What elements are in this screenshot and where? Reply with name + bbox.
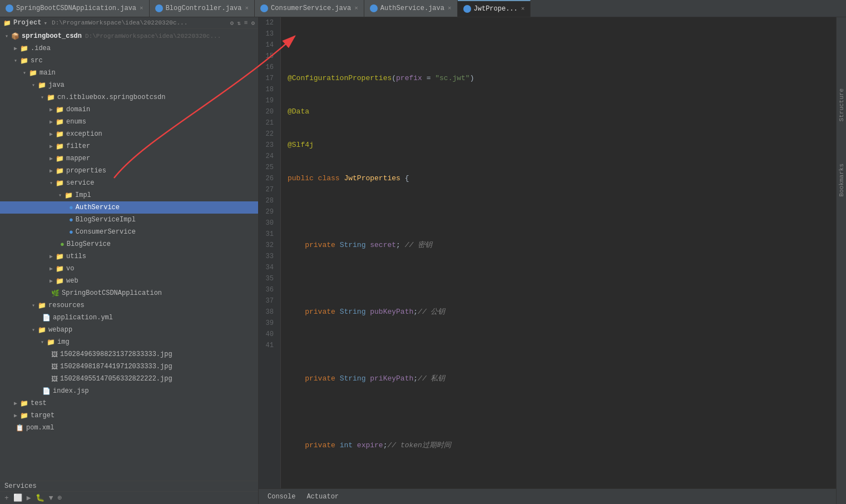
tree-vo[interactable]: ▶ 📁 vo [0, 263, 258, 275]
tree-img2[interactable]: 🖼 150284981874419712033333.jpg [0, 360, 258, 373]
tab-close-jwtproperties[interactable]: × [521, 6, 525, 12]
structure-tab[interactable]: Structure [837, 84, 847, 126]
tree-appyml[interactable]: 📄 application.yml [0, 312, 258, 324]
tree-consumerservice[interactable]: ● ConsumerService [0, 226, 258, 238]
tree-idea[interactable]: ▶ 📁 .idea [0, 42, 258, 55]
tree-java[interactable]: ▾ 📁 java [0, 79, 258, 91]
tree-filter[interactable]: ▶ 📁 filter [0, 140, 258, 152]
tree-img[interactable]: ▾ 📁 img [0, 336, 258, 348]
code-area[interactable]: 12 13 14 15 16 17 18 19 20 21 22 23 24 2… [259, 17, 836, 488]
tab-icon-springboot [6, 4, 13, 12]
ln-36: 36 [263, 284, 276, 295]
ln-41: 41 [263, 340, 276, 351]
tree-main[interactable]: ▾ 📁 main [0, 67, 258, 79]
target-label: target [31, 412, 55, 419]
bottom-tabs: Console Actuator [263, 492, 343, 502]
tree-impl[interactable]: ▾ 📁 Impl [0, 189, 258, 201]
target-arrow: ▶ [11, 412, 20, 419]
services-stop-icon[interactable]: ⬜ [13, 493, 22, 502]
project-dropdown-icon[interactable]: ▾ [43, 19, 47, 27]
indexjsp-icon: 📄 [42, 387, 51, 396]
ln-40: 40 [263, 329, 276, 340]
tree-blogserviceimpl[interactable]: ● BlogServiceImpl [0, 214, 258, 226]
services-debug-icon[interactable]: 🐛 [36, 493, 44, 502]
package-label: cn.itbluebox.springbootcsdn [57, 93, 165, 101]
tab-close-springboot[interactable]: × [140, 5, 144, 12]
tab-authservice[interactable]: AuthService.java × [364, 0, 458, 17]
tree-service[interactable]: ▾ 📁 service [0, 177, 258, 189]
tab-springboot[interactable]: SpringBootCSDNApplication.java × [0, 0, 150, 17]
services-add-icon[interactable]: + [4, 494, 9, 502]
sidebar: 📁 Project ▾ D:\ProgramWorkspace\idea\202… [0, 17, 259, 504]
ln-33: 33 [263, 251, 276, 262]
tab-close-authservice[interactable]: × [448, 5, 452, 12]
tree-indexjsp[interactable]: 📄 index.jsp [0, 385, 258, 397]
line-numbers: 12 13 14 15 16 17 18 19 20 21 22 23 24 2… [259, 17, 281, 488]
code-content[interactable]: @ConfigurationProperties(prefix = "sc.jw… [281, 17, 836, 488]
springbootapp-label: SpringBootCSDNApplication [62, 289, 162, 297]
bookmarks-tab[interactable]: Bookmarks [837, 159, 847, 201]
src-folder-icon: 📁 [20, 57, 28, 65]
code-line-17 [288, 206, 829, 218]
services-down-icon[interactable]: ▼ [49, 494, 53, 502]
tree-web[interactable]: ▶ 📁 web [0, 275, 258, 287]
bottom-tab-actuator[interactable]: Actuator [302, 492, 343, 502]
tree-webapp[interactable]: ▾ 📁 webapp [0, 324, 258, 336]
tree-domain[interactable]: ▶ 📁 domain [0, 103, 258, 116]
tab-close-consumerservice[interactable]: × [354, 5, 358, 12]
services-bar: Services [0, 481, 258, 491]
tab-consumerservice[interactable]: ConsumerService.java × [255, 0, 364, 17]
tab-blogcontroller[interactable]: BlogController.java × [150, 0, 255, 17]
code-line-19 [288, 273, 829, 284]
tree-src[interactable]: ▾ 📁 src [0, 55, 258, 67]
right-side-panel: Structure Bookmarks [836, 17, 846, 504]
tree-mapper[interactable]: ▶ 📁 mapper [0, 152, 258, 165]
tree-enums[interactable]: ▶ 📁 enums [0, 116, 258, 128]
tab-icon-jwtproperties [463, 5, 471, 13]
tree-springbootapp[interactable]: 🌿 SpringBootCSDNApplication [0, 287, 258, 299]
tree-img1[interactable]: 🖼 150284963988231372833333.jpg [0, 348, 258, 360]
project-path: D:\ProgramWorkspace\idea\20220320c... [52, 19, 187, 26]
tree-test[interactable]: ▶ 📁 test [0, 397, 258, 409]
domain-folder-icon: 📁 [56, 106, 64, 114]
main-label: main [39, 69, 56, 77]
tree-authservice[interactable]: ● AuthService [0, 201, 258, 214]
img1-icon: 🖼 [51, 350, 58, 359]
tree-pomxml[interactable]: 📋 pom.xml [0, 422, 258, 434]
tree-root[interactable]: ▾ 📦 springboot_csdn D:\ProgramWorkspace\… [0, 30, 258, 42]
exception-label: exception [66, 130, 102, 138]
resources-label: resources [48, 302, 85, 309]
tab-close-blogcontroller[interactable]: × [245, 5, 249, 12]
tree-utils[interactable]: ▶ 📁 utils [0, 250, 258, 263]
tree-properties[interactable]: ▶ 📁 properties [0, 165, 258, 177]
services-expand-icon[interactable]: ⊕ [57, 493, 62, 502]
tree-blogservice[interactable]: ● BlogService [0, 238, 258, 250]
vo-folder-icon: 📁 [56, 265, 64, 273]
web-label: web [66, 277, 78, 285]
tab-jwtproperties[interactable]: JwtPrope... × [458, 0, 531, 17]
tree-img3[interactable]: 🖼 150284955147056332822222.jpg [0, 373, 258, 385]
settings-icon[interactable]: ⚙ [251, 19, 255, 27]
java-folder-icon: 📁 [38, 81, 46, 90]
main-folder-icon: 📁 [29, 69, 37, 77]
ln-31: 31 [263, 229, 276, 240]
tree-exception[interactable]: ▶ 📁 exception [0, 128, 258, 140]
tree-package[interactable]: ▾ 📁 cn.itbluebox.springbootcsdn [0, 91, 258, 103]
consumerservice-label: ConsumerService [76, 228, 136, 236]
services-run-icon[interactable]: ▶ [27, 493, 31, 502]
gear-icon[interactable]: ⚙ [230, 19, 234, 27]
tree-target[interactable]: ▶ 📁 target [0, 409, 258, 422]
utils-label: utils [66, 253, 86, 260]
sort-icon[interactable]: ⇅ [237, 19, 241, 27]
src-label: src [31, 57, 43, 65]
blogservice-label: BlogService [67, 240, 111, 248]
bottom-tab-console[interactable]: Console [263, 492, 300, 502]
project-header: 📁 Project ▾ D:\ProgramWorkspace\idea\202… [0, 17, 258, 29]
webapp-arrow: ▾ [29, 327, 38, 333]
test-folder-icon: 📁 [20, 399, 28, 408]
enums-folder-icon: 📁 [56, 118, 64, 126]
tree-resources[interactable]: ▾ 📁 resources [0, 299, 258, 312]
exception-folder-icon: 📁 [56, 130, 64, 139]
ln-22: 22 [263, 129, 276, 140]
filter-icon[interactable]: ≡ [244, 19, 248, 27]
